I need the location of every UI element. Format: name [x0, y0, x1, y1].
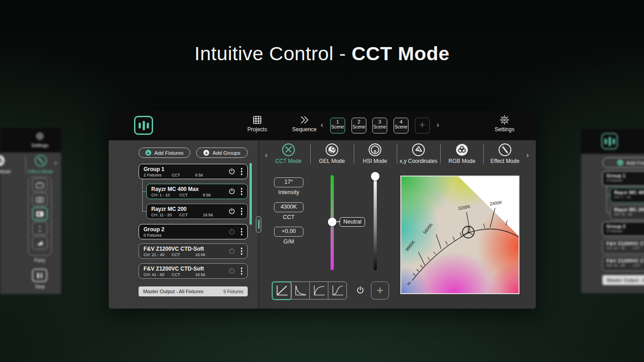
clapper-icon: [36, 211, 44, 217]
gm-slider-handle[interactable]: [328, 218, 336, 226]
s-curve-button[interactable]: [328, 282, 346, 299]
group-row-group-1[interactable]: Group 1 2 Fixtures CCT 8 bit: [139, 164, 248, 179]
camera-icon: [36, 196, 44, 203]
add-scene-button[interactable]: +: [415, 118, 430, 133]
linear-curve-icon: [275, 285, 288, 296]
fixture-row-rayzr-mc-400-max[interactable]: Rayzr MC 400 Max CH: 1 - 10 CCT 8 bit: [146, 184, 248, 199]
linear-curve-button[interactable]: [272, 282, 291, 299]
major-ticks: [418, 208, 495, 265]
settings-button[interactable]: Settings: [490, 115, 519, 133]
scene-tab-4[interactable]: 4 Scene: [394, 118, 409, 133]
ease-up-curve-button[interactable]: [309, 282, 328, 299]
effect-camera-button[interactable]: [32, 193, 48, 206]
tab-hsi-mode[interactable]: HSI Mode: [354, 143, 396, 164]
hsi-mode-icon: [368, 143, 382, 157]
fixture-row-fv-z1200vc-2[interactable]: F&V Z1200VC CTD-Soft CH: 41 - 60 CCT 16 …: [139, 263, 248, 279]
left-window-tab-effect-mode[interactable]: Effect Mode: [24, 154, 58, 174]
planckian-locus: [412, 229, 519, 281]
ease-up-curve-icon: [312, 285, 325, 296]
stage: Intuitive Control - CCT Mode Settings: [0, 0, 644, 362]
right-window-row[interactable]: Rayzr MC 200 CH: 11 - 20: [610, 205, 644, 220]
left-window-tab-rgb-label: RGB Mode: [0, 169, 17, 174]
left-window-stop-label: Stop: [26, 284, 53, 289]
modes-prev-icon[interactable]: ‹: [265, 151, 268, 159]
intensity-value[interactable]: 17°: [274, 177, 303, 187]
effect-clapper-button[interactable]: [32, 207, 48, 220]
add-curve-button[interactable]: +: [371, 281, 389, 300]
gear-icon: [500, 115, 509, 125]
tab-xy-coordinates-label: x,y Coordinates: [398, 158, 439, 164]
power-icon[interactable]: [356, 286, 365, 295]
power-icon[interactable]: [228, 187, 236, 195]
tab-gel-mode[interactable]: GEL Mode: [311, 143, 353, 164]
projects-button[interactable]: Projects: [242, 115, 272, 133]
right-window-row[interactable]: Rayzr MC 400 Max CH: 1 - 10: [610, 188, 644, 203]
ease-down-curve-button[interactable]: [291, 282, 309, 299]
page-title-bold: CCT Mode: [351, 43, 450, 64]
gm-value[interactable]: +0.00: [274, 227, 303, 237]
effect-mode-icon: [34, 154, 47, 167]
tab-effect-mode[interactable]: Effect Mode: [484, 143, 526, 164]
left-window-tabs-next-icon[interactable]: ›: [54, 159, 57, 167]
gm-neutral-tooltip: Neutral: [340, 217, 365, 227]
tab-hsi-mode-label: HSI Mode: [354, 158, 396, 164]
left-window-effect-stack: [28, 176, 52, 256]
power-icon[interactable]: [228, 207, 236, 215]
scene-tab-3[interactable]: 3 Scene: [372, 118, 387, 133]
candle-icon: [37, 225, 43, 232]
kebab-menu-icon[interactable]: [240, 207, 244, 216]
control-panel: ‹ CCT Mode: [259, 140, 536, 309]
add-groups-button[interactable]: + Add Groups: [196, 148, 248, 158]
kebab-menu-icon[interactable]: [240, 187, 244, 196]
right-window-topbar: [581, 129, 644, 154]
fixture-row-rayzr-mc-200[interactable]: Rayzr MC 200 CH: 11 - 20 CCT 16 bit: [146, 204, 248, 219]
fixtures-scrollbar[interactable]: [250, 163, 252, 225]
power-icon[interactable]: [228, 247, 236, 255]
scene-tab-1[interactable]: 1 Scene: [330, 118, 345, 133]
tick-label-5600k: 5600K: [422, 222, 434, 235]
kebab-menu-icon[interactable]: [240, 267, 244, 276]
right-window-row[interactable]: Group 2 0 Fixtures: [602, 222, 644, 236]
stop-button[interactable]: [32, 269, 47, 282]
scenes-next-icon[interactable]: ›: [437, 121, 439, 129]
intensity-label: Intensity: [274, 189, 303, 195]
effect-dimmer-button[interactable]: [32, 236, 48, 249]
right-window-master-output[interactable]: Master Output - All Fixtures: [602, 275, 644, 285]
effect-candle-button[interactable]: [32, 222, 48, 235]
sequence-button[interactable]: Sequence: [289, 115, 319, 133]
scenes-prev-icon[interactable]: ‹: [321, 121, 323, 129]
power-icon[interactable]: [228, 228, 236, 236]
power-icon[interactable]: [228, 167, 236, 176]
panel-resize-handle[interactable]: [256, 216, 261, 233]
kebab-menu-icon[interactable]: [240, 167, 244, 176]
kebab-menu-icon[interactable]: [240, 247, 244, 256]
left-window-tab-rgb-mode[interactable]: RGB Mode: [0, 154, 17, 174]
tab-rgb-mode[interactable]: RGB Mode: [441, 143, 483, 164]
master-output-button[interactable]: Master Output - All Fixtures 9 Fixtures: [139, 286, 248, 296]
effect-tv-button[interactable]: [32, 178, 48, 191]
add-fixtures-button[interactable]: + Add Fixtures: [139, 148, 190, 158]
tab-xy-coordinates[interactable]: x,y Coordinates: [398, 143, 439, 164]
tab-divider: [397, 144, 397, 163]
kebab-menu-icon[interactable]: [240, 227, 244, 236]
group-row-group-2[interactable]: Group 2 0 Fixtures: [139, 224, 248, 239]
tab-divider: [440, 144, 441, 163]
modes-next-icon[interactable]: ›: [526, 151, 529, 159]
right-window-add-fixtures-button[interactable]: + Add Fixtures: [602, 157, 644, 168]
right-window-row[interactable]: F&V Z1200VC CTD-Soft CH: 41 - 60CCT: [602, 256, 644, 271]
fixture-row-fv-z1200vc-1[interactable]: F&V Z1200VC CTD-Soft CH: 21 - 40 CCT 16 …: [139, 243, 248, 259]
cct-marker[interactable]: [462, 226, 474, 238]
effect-mode-icon: [498, 143, 512, 157]
cct-value[interactable]: 4300K: [274, 202, 303, 212]
tab-cct-mode[interactable]: CCT Mode: [268, 143, 309, 164]
gm-label: G/M: [274, 238, 303, 245]
intensity-slider-handle[interactable]: [371, 172, 380, 181]
cct-chromaticity-chart[interactable]: ∞ 9900K 5600K 3200K 2400K: [401, 176, 519, 293]
left-window-party-label: Party: [26, 257, 53, 263]
right-window-row[interactable]: F&V Z1200VC CTD-Soft CH: 21 - 40CCT: [602, 239, 644, 254]
left-window-settings-button[interactable]: Settings: [27, 132, 53, 148]
power-icon[interactable]: [228, 267, 236, 275]
scene-tab-2[interactable]: 2 Scene: [351, 118, 366, 133]
right-window-row[interactable]: Group 1 2 Fixtures: [602, 171, 644, 186]
intensity-slider[interactable]: [374, 175, 377, 270]
